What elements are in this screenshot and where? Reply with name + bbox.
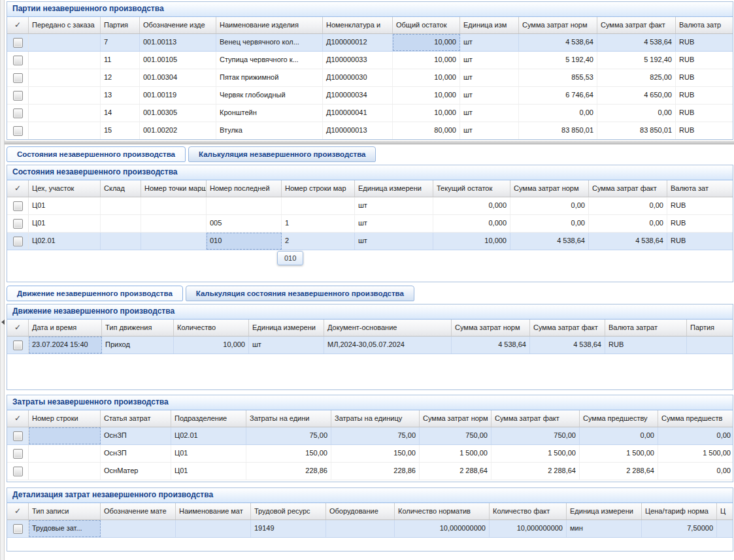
select-all-checkmark-icon[interactable]: ✓	[7, 410, 29, 427]
cell[interactable]: 0,000	[433, 215, 510, 232]
column-header[interactable]: Валюта зат	[667, 180, 733, 197]
row-checkbox-cell[interactable]	[7, 463, 29, 480]
cell[interactable]: 750,00	[492, 427, 580, 444]
cell[interactable]: Ц02.01	[171, 427, 246, 444]
cell[interactable]: Венец червячного кол...	[216, 34, 323, 51]
column-header[interactable]: Обозначение мате	[101, 503, 176, 519]
column-header[interactable]: Единица измерени	[567, 503, 642, 519]
column-header[interactable]: Партия	[687, 320, 733, 336]
cell[interactable]	[29, 34, 101, 51]
cell[interactable]: 12	[101, 69, 140, 86]
column-header[interactable]: Номер последней	[207, 180, 282, 197]
cell[interactable]	[101, 520, 176, 537]
cell[interactable]: Д100000012	[323, 34, 393, 51]
cell[interactable]	[29, 463, 101, 480]
column-header[interactable]: Затраты на едини	[246, 410, 331, 427]
cell[interactable]	[101, 215, 141, 232]
row-checkbox[interactable]	[13, 524, 23, 534]
column-header[interactable]: Затраты на единицу	[331, 410, 420, 427]
cell[interactable]: Д100000033	[323, 52, 393, 69]
cell[interactable]: мин	[567, 520, 642, 537]
select-all-checkmark-icon[interactable]: ✓	[7, 17, 29, 33]
cell[interactable]: 0,00	[510, 215, 589, 232]
cell[interactable]: 005	[207, 215, 282, 232]
column-header[interactable]: Документ-основание	[324, 320, 452, 336]
column-header[interactable]: Цех, участок	[29, 180, 101, 197]
cell[interactable]: RUB	[667, 215, 733, 232]
cell[interactable]	[101, 233, 141, 250]
cell[interactable]: Трудовые зат...	[29, 520, 101, 537]
row-checkbox[interactable]	[13, 201, 23, 211]
table-row[interactable]: ОснМатерЦ01228,86228,862 288,642 288,642…	[7, 463, 733, 480]
column-header[interactable]: Текущий остаток	[433, 180, 510, 197]
column-header[interactable]: Сумма затрат факт	[530, 320, 605, 336]
cell[interactable]: 001.00304	[140, 69, 216, 86]
cell[interactable]: 228,86	[331, 463, 420, 480]
cell[interactable]: 1 500,00	[580, 445, 658, 462]
select-all-checkmark-icon[interactable]: ✓	[7, 320, 29, 336]
row-checkbox[interactable]	[13, 108, 23, 118]
cell[interactable]	[29, 445, 101, 462]
table-row[interactable]: ОснЗПЦ02.0175,0075,00750,00750,000,000,0…	[7, 427, 733, 445]
cell[interactable]: 855,53	[519, 69, 597, 86]
select-all-checkmark-icon[interactable]: ✓	[7, 503, 29, 519]
cell[interactable]: 10,000	[433, 233, 510, 250]
cell[interactable]: шт	[460, 87, 519, 104]
cell[interactable]: 13	[101, 87, 140, 104]
cell[interactable]: 0,00	[519, 105, 597, 122]
column-header[interactable]: Тип движения	[102, 320, 174, 336]
cell[interactable]: 19149	[251, 520, 326, 537]
column-header[interactable]: Сумма затрат норм	[519, 17, 597, 33]
tab-inactive[interactable]: Калькуляция состояния незавершенного про…	[186, 286, 414, 301]
cell[interactable]: 4 538,64	[510, 233, 589, 250]
row-checkbox-cell[interactable]	[7, 69, 29, 86]
column-header[interactable]: Наименование изделия	[216, 17, 323, 33]
table-row[interactable]: 23.07.2024 15:40Приход10,000штМЛ,2024-30…	[7, 337, 733, 354]
column-header[interactable]: Ц	[717, 503, 733, 519]
column-header[interactable]: Валюта затрат	[605, 320, 687, 336]
table-row[interactable]: 13001.00119Червяк глобоидныйД10000003410…	[7, 87, 733, 105]
cell[interactable]: Ступица червячного к...	[216, 52, 323, 69]
row-checkbox-cell[interactable]	[7, 337, 29, 354]
column-header[interactable]: Номер точки марш	[141, 180, 207, 197]
tab-inactive[interactable]: Калькуляция незавершенного производства	[188, 146, 376, 162]
cell[interactable]: 75,00	[246, 427, 331, 444]
cell[interactable]: 0,00	[589, 215, 667, 232]
cell[interactable]: 15	[101, 122, 140, 139]
cell[interactable]: RUB	[605, 337, 687, 354]
cell[interactable]: 6 746,64	[519, 87, 597, 104]
cell[interactable]: Ц01	[29, 215, 101, 232]
cell[interactable]: Приход	[102, 337, 174, 354]
table-row[interactable]: Трудовые зат...1914910,00000000010,00000…	[7, 520, 733, 538]
cell[interactable]	[29, 122, 101, 139]
cell[interactable]: 4 538,64	[452, 337, 530, 354]
cell[interactable]: 4 538,64	[597, 34, 676, 51]
cell[interactable]: 10,000	[393, 52, 460, 69]
column-header[interactable]: Сумма предшеств	[658, 410, 733, 427]
cell[interactable]: 10,000	[393, 105, 460, 122]
column-header[interactable]: Количество факт	[490, 503, 567, 519]
row-checkbox-cell[interactable]	[7, 427, 29, 444]
cell[interactable]: Червяк глобоидный	[216, 87, 323, 104]
cell[interactable]: ОснЗП	[101, 445, 171, 462]
cell[interactable]: 001.00113	[140, 34, 216, 51]
cell[interactable]: 001.00305	[140, 105, 216, 122]
cell[interactable]: шт	[460, 69, 519, 86]
column-header[interactable]: Единица измерени	[355, 180, 433, 197]
column-header[interactable]: Сумма предшеству	[580, 410, 658, 427]
column-header[interactable]: Сумма затрат факт	[492, 410, 580, 427]
column-header[interactable]: Наименование мат	[176, 503, 251, 519]
column-header[interactable]: Валюта затр	[676, 17, 733, 33]
row-checkbox-cell[interactable]	[7, 34, 29, 51]
cell[interactable]	[717, 520, 733, 537]
column-header[interactable]: Количество норматив	[395, 503, 490, 519]
cell[interactable]: RUB	[676, 34, 733, 51]
cell[interactable]: 750,00	[420, 427, 492, 444]
cell[interactable]: 1 500,00	[658, 445, 733, 462]
cell[interactable]: шт	[249, 337, 324, 354]
row-checkbox[interactable]	[13, 38, 23, 48]
row-checkbox[interactable]	[13, 56, 23, 65]
cell[interactable]: RUB	[676, 52, 733, 69]
cell[interactable]: 4 650,00	[597, 87, 676, 104]
cell[interactable]: шт	[355, 197, 433, 214]
